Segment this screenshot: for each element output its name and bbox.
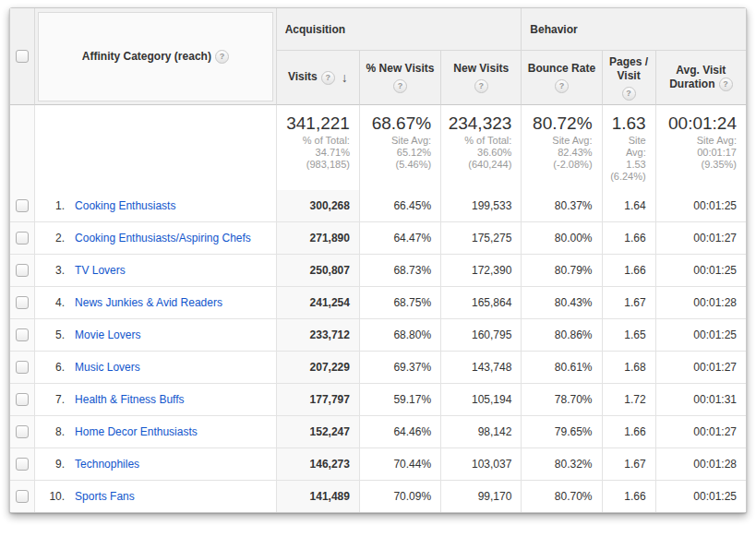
cell-pages-visit: 1.66	[603, 416, 656, 448]
summary-bounce-rate: 80.72% Site Avg: 82.43% (-2.08%)	[522, 105, 602, 190]
totals-row: 341,221 % of Total: 34.71% (983,185) 68.…	[10, 105, 746, 190]
cell-visits: 152,247	[277, 416, 360, 448]
group-header-behavior: Behavior	[522, 8, 746, 51]
cell-visits: 241,254	[277, 287, 360, 319]
table-header: Affinity Category (reach) ? Acquisition …	[10, 8, 746, 105]
cell-new-visits-pct: 64.46%	[360, 416, 441, 448]
table-row: 7.Health & Fitness Buffs 177,797 59.17% …	[10, 384, 746, 416]
cell-avg-duration: 00:01:31	[656, 384, 746, 416]
category-link[interactable]: News Junkies & Avid Readers	[75, 296, 222, 309]
column-header-new-visits-pct-label: % New Visits	[366, 62, 435, 75]
summary-section: 341,221 % of Total: 34.71% (983,185) 68.…	[10, 105, 746, 190]
cell-new-visits: 165,864	[441, 287, 522, 319]
category-cell: 6.Music Lovers	[35, 352, 277, 384]
cell-avg-duration: 00:01:27	[656, 352, 746, 384]
row-number: 3.	[35, 264, 65, 277]
column-header-avg-duration[interactable]: Avg. Visit Duration?	[656, 51, 746, 105]
cell-avg-duration: 00:01:25	[656, 319, 746, 352]
dimension-header-label: Affinity Category (reach)	[82, 50, 211, 63]
table-row: 10.Sports Fans 141,489 70.09% 99,170 80.…	[10, 481, 746, 512]
row-number: 6.	[35, 361, 65, 374]
column-header-pages-visit[interactable]: Pages / Visit ?	[603, 51, 656, 105]
row-checkbox[interactable]	[16, 361, 29, 374]
cell-pages-visit: 1.64	[603, 190, 656, 222]
column-header-new-visits-pct[interactable]: % New Visits ?	[360, 51, 441, 105]
summary-new-visits-value: 234,323	[441, 113, 511, 133]
category-link[interactable]: Cooking Enthusiasts	[75, 199, 175, 212]
category-link[interactable]: Technophiles	[75, 458, 139, 471]
category-link[interactable]: Health & Fitness Buffs	[75, 393, 185, 406]
help-icon[interactable]: ?	[555, 79, 569, 93]
summary-avg-duration-subtext: Site Avg: 00:01:17 (9.35%)	[656, 135, 737, 171]
group-header-row: Affinity Category (reach) ? Acquisition …	[10, 8, 746, 51]
category-link[interactable]: Home Decor Enthusiasts	[75, 425, 198, 438]
select-all-checkbox[interactable]	[16, 50, 29, 63]
table-row: 2.Cooking Enthusiasts/Aspiring Chefs 271…	[10, 222, 746, 255]
row-checkbox[interactable]	[16, 232, 29, 245]
row-checkbox[interactable]	[16, 458, 29, 471]
summary-pages-visit: 1.63 Site Avg: 1.53 (6.24%)	[603, 105, 656, 190]
category-cell: 8.Home Decor Enthusiasts	[35, 416, 277, 448]
summary-visits: 341,221 % of Total: 34.71% (983,185)	[277, 105, 360, 190]
totals-check-cell	[10, 105, 35, 190]
row-checkbox[interactable]	[16, 199, 29, 212]
dimension-header-box[interactable]: Affinity Category (reach) ?	[38, 12, 273, 101]
cell-bounce-rate: 80.70%	[522, 481, 602, 512]
column-header-new-visits[interactable]: New Visits ?	[441, 51, 522, 105]
row-check-cell	[10, 255, 35, 287]
row-check-cell	[10, 319, 35, 352]
cell-pages-visit: 1.72	[603, 384, 656, 416]
affinity-report-table: Affinity Category (reach) ? Acquisition …	[10, 8, 746, 512]
row-number: 2.	[35, 232, 65, 245]
summary-avg-duration: 00:01:24 Site Avg: 00:01:17 (9.35%)	[656, 105, 746, 190]
help-icon[interactable]: ?	[622, 87, 636, 101]
category-cell: 7.Health & Fitness Buffs	[35, 384, 277, 416]
select-all-cell	[10, 8, 35, 105]
summary-pages-visit-value: 1.63	[603, 113, 646, 133]
row-checkbox[interactable]	[16, 296, 29, 309]
category-link[interactable]: TV Lovers	[75, 264, 126, 277]
cell-bounce-rate: 80.61%	[522, 352, 602, 384]
help-icon[interactable]: ?	[393, 79, 407, 93]
cell-avg-duration: 00:01:27	[656, 416, 746, 448]
help-icon[interactable]: ?	[719, 78, 733, 91]
category-link[interactable]: Movie Lovers	[75, 328, 140, 341]
group-header-behavior-label: Behavior	[530, 23, 577, 36]
totals-dimension-cell	[35, 105, 277, 190]
row-checkbox[interactable]	[16, 393, 29, 406]
row-number: 1.	[35, 199, 65, 212]
column-header-bounce-rate-label: Bounce Rate	[528, 62, 595, 75]
row-checkbox[interactable]	[16, 264, 29, 277]
category-link[interactable]: Cooking Enthusiasts/Aspiring Chefs	[75, 232, 251, 245]
table-body: 1.Cooking Enthusiasts 300,268 66.45% 199…	[10, 190, 746, 512]
summary-visits-subtext: % of Total: 34.71% (983,185)	[277, 135, 350, 171]
table-row: 8.Home Decor Enthusiasts 152,247 64.46% …	[10, 416, 746, 448]
row-checkbox[interactable]	[16, 425, 29, 438]
row-checkbox[interactable]	[16, 490, 29, 503]
help-icon[interactable]: ?	[474, 79, 488, 93]
help-icon[interactable]: ?	[215, 50, 229, 64]
cell-new-visits-pct: 66.45%	[360, 190, 441, 222]
category-cell: 1.Cooking Enthusiasts	[35, 190, 277, 222]
row-check-cell	[10, 287, 35, 319]
category-link[interactable]: Sports Fans	[75, 490, 135, 503]
help-icon[interactable]: ?	[321, 71, 335, 85]
column-header-bounce-rate[interactable]: Bounce Rate ?	[522, 51, 602, 105]
summary-new-visits-pct-value: 68.67%	[360, 113, 431, 133]
category-cell: 2.Cooking Enthusiasts/Aspiring Chefs	[35, 222, 277, 255]
column-header-visits[interactable]: Visits?↓	[277, 51, 360, 105]
category-link[interactable]: Music Lovers	[75, 361, 140, 374]
cell-pages-visit: 1.66	[603, 222, 656, 255]
row-number: 4.	[35, 296, 65, 309]
column-header-pages-visit-label: Pages / Visit	[609, 55, 648, 82]
sort-descending-icon[interactable]: ↓	[342, 70, 348, 85]
cell-visits: 233,712	[277, 319, 360, 352]
cell-pages-visit: 1.67	[603, 448, 656, 481]
cell-visits: 300,268	[277, 190, 360, 222]
row-checkbox[interactable]	[16, 328, 29, 341]
category-cell: 10.Sports Fans	[35, 481, 277, 512]
category-cell: 4.News Junkies & Avid Readers	[35, 287, 277, 319]
cell-new-visits-pct: 68.80%	[360, 319, 441, 352]
cell-new-visits: 105,194	[441, 384, 522, 416]
category-cell: 3.TV Lovers	[35, 255, 277, 287]
